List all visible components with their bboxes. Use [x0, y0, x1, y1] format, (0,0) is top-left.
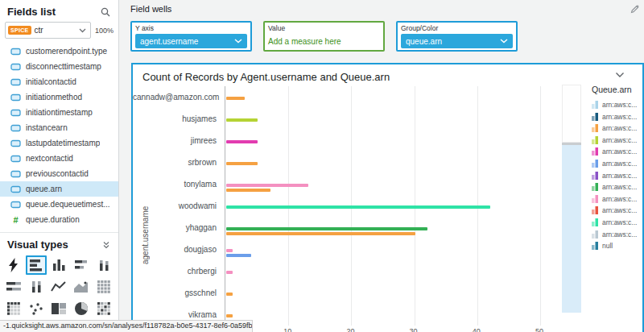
field-item-initiationtimestamp[interactable]: initiationtimestamp	[0, 105, 118, 120]
visual-type-horizontal-stacked-bar[interactable]	[71, 255, 92, 275]
bar[interactable]	[226, 232, 415, 235]
category-label: srbrown	[133, 151, 223, 173]
legend-label: arn:aws:c...	[602, 218, 637, 226]
visual-menu-chevron-icon[interactable]	[615, 72, 625, 78]
bar-group	[226, 140, 258, 145]
field-item-nextcontactid[interactable]: nextcontactid	[0, 151, 118, 166]
x-tick-label: 40	[473, 327, 481, 332]
category-label: yhaggan	[133, 217, 223, 239]
y-axis-field-pill[interactable]: agent.username	[135, 34, 247, 48]
bar[interactable]	[226, 184, 308, 187]
fields-list-header: Fields list	[0, 0, 118, 22]
field-item-customerendpoint-type[interactable]: customerendpoint.type	[0, 44, 118, 59]
legend-swatch-icon	[592, 206, 599, 214]
string-field-icon	[10, 63, 21, 71]
field-item-lastupdatetimestamp[interactable]: lastupdatetimestamp	[0, 135, 118, 151]
bar[interactable]	[226, 271, 233, 274]
bar[interactable]	[226, 314, 233, 317]
legend-item[interactable]: arn:aws:c...	[592, 172, 643, 180]
legend-label: arn:aws:c...	[602, 183, 637, 191]
legend-item[interactable]: arn:aws:c...	[592, 218, 643, 226]
field-label: previouscontactid	[26, 169, 89, 178]
browser-status-url: -1.quicksight.aws.amazon.com/sn/analyses…	[0, 320, 253, 332]
visual-type-line-chart[interactable]	[48, 277, 69, 297]
well-value: Value Add a measure here	[263, 21, 385, 52]
legend-item[interactable]: arn:aws:c...	[592, 195, 643, 203]
pie-chart-icon	[72, 301, 90, 317]
field-item-disconnecttimestamp[interactable]: disconnecttimestamp	[0, 59, 118, 74]
legend-item[interactable]: arn:aws:c...	[592, 147, 643, 156]
legend-label: arn:aws:c...	[602, 172, 637, 180]
pill-label: queue.arn	[406, 37, 442, 46]
visual-type-scatter-plot[interactable]	[26, 299, 47, 318]
dataset-selector[interactable]: SPICE ctr	[5, 22, 91, 39]
field-item-previouscontactid[interactable]: previouscontactid	[0, 166, 118, 181]
legend-item[interactable]: arn:aws:c...	[592, 124, 643, 132]
vertical-stacked-bar-icon	[95, 257, 113, 273]
legend-item[interactable]: arn:aws:c...	[592, 230, 643, 239]
legend-label: arn:aws:c...	[602, 230, 637, 239]
legend-items: arn:aws:c...arn:aws:c...arn:aws:c...arn:…	[592, 101, 643, 250]
visual-type-horizontal-100-stacked-bar[interactable]	[3, 277, 24, 297]
group-color-field-pill[interactable]: queue.arn	[401, 34, 513, 48]
bar-group	[226, 271, 233, 276]
legend-item[interactable]: arn:aws:c...	[592, 113, 643, 121]
field-item-queue-duration[interactable]: #queue.duration	[0, 212, 118, 227]
bar[interactable]	[226, 162, 258, 165]
legend-item[interactable]: arn:aws:c...	[592, 136, 643, 144]
bar[interactable]	[226, 254, 251, 257]
visual-type-tree-map[interactable]	[48, 299, 69, 318]
visual-type-pivot-table[interactable]	[3, 299, 24, 318]
field-item-initialcontactid[interactable]: initialcontactid	[0, 74, 118, 89]
pencil-icon[interactable]	[630, 5, 639, 14]
field-label: nextcontactid	[26, 154, 73, 163]
visual-type-vertical-100-stacked-bar[interactable]	[26, 277, 47, 297]
string-field-icon	[10, 93, 21, 102]
legend-label: arn:aws:c...	[602, 206, 637, 214]
legend-item[interactable]: arn:aws:c...	[592, 101, 643, 109]
visual-type-autograph[interactable]	[3, 255, 24, 275]
bar-group	[226, 184, 308, 193]
search-icon[interactable]	[101, 7, 110, 17]
visual-type-area-line-chart[interactable]	[71, 277, 92, 297]
legend-swatch-icon	[592, 195, 599, 203]
visual-type-pie-chart[interactable]	[71, 299, 92, 318]
field-wells: Y axis agent.username Value Add a measur…	[130, 21, 529, 52]
legend-label: arn:aws:c...	[602, 160, 637, 168]
field-item-queue-dequeuetimest-[interactable]: queue.dequeuetimest...	[0, 197, 118, 212]
legend-item[interactable]: arn:aws:c...	[592, 160, 643, 168]
legend-label: arn:aws:c...	[602, 113, 637, 121]
bar[interactable]	[226, 189, 270, 192]
bar[interactable]	[226, 97, 245, 100]
string-field-icon	[10, 78, 21, 86]
field-item-initiationmethod[interactable]: initiationmethod	[0, 89, 118, 105]
bar[interactable]	[226, 140, 258, 143]
bar[interactable]	[226, 227, 427, 230]
visual-title: Count of Records by Agent.username and Q…	[142, 71, 390, 83]
visual-container[interactable]: Count of Records by Agent.username and Q…	[131, 63, 644, 332]
legend-item[interactable]: arn:aws:c...	[592, 183, 643, 191]
visual-types-title: Visual types	[7, 239, 68, 251]
field-item-instancearn[interactable]: instancearn	[0, 120, 118, 135]
visual-type-vertical-stacked-bar[interactable]	[93, 255, 114, 275]
visual-type-horizontal-bar[interactable]	[26, 255, 47, 275]
bar-group	[226, 249, 251, 259]
visual-type-table[interactable]	[93, 277, 114, 297]
chevron-down-icon	[500, 39, 508, 44]
legend-item[interactable]: arn:aws:c...	[592, 206, 643, 214]
visual-type-vertical-bar[interactable]	[48, 255, 69, 275]
visual-type-heat-map[interactable]	[93, 299, 114, 318]
bar[interactable]	[226, 118, 258, 122]
well-label: Group/Color	[401, 24, 513, 32]
legend-item[interactable]: null	[592, 242, 643, 250]
bar-group	[226, 118, 258, 123]
bar[interactable]	[226, 293, 233, 296]
add-measure-placeholder[interactable]: Add a measure here	[268, 37, 380, 46]
field-item-queue-arn[interactable]: queue.arn	[0, 181, 118, 197]
legend-swatch-icon	[592, 113, 599, 121]
bar[interactable]	[226, 205, 490, 209]
chart-scrollbar[interactable]	[562, 85, 581, 313]
bar[interactable]	[226, 249, 233, 252]
collapse-chevrons-icon[interactable]	[102, 241, 110, 249]
bar-group	[226, 97, 245, 102]
